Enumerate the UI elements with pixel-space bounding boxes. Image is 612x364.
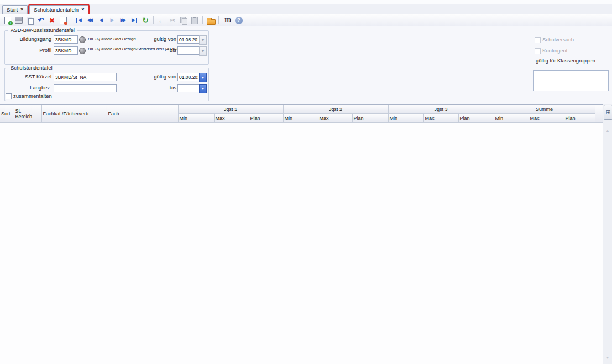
sst-kuerzel-field[interactable] xyxy=(54,73,117,81)
bildungsgang-status-icon xyxy=(79,36,86,43)
group-basisstundentafel-title: ASD-BW-Basisstundentafel xyxy=(8,27,77,33)
profil-field[interactable] xyxy=(54,46,78,55)
stundentafel-grid: Sort. St. Bereich Fachkat./Fächerverb. F… xyxy=(0,104,603,364)
first-record-icon[interactable]: ◀ xyxy=(74,15,84,25)
gueltig-von-field-1 xyxy=(177,35,200,44)
back-arrow-icon: ← xyxy=(156,15,166,25)
header-jgst3-max[interactable]: Max xyxy=(423,114,458,123)
next-fast-icon-glyph: ▶▶ xyxy=(121,18,125,23)
klassengruppen-title: gültig für Klassengruppen xyxy=(534,57,597,64)
header-group-jgst1: Jgst 1 xyxy=(178,105,283,114)
gueltig-von-label-2: gültig von xyxy=(132,73,176,81)
tab-schulstundentafeln[interactable]: Schulstundentafeln× xyxy=(29,5,88,14)
header-expand-column xyxy=(32,105,41,123)
bis-field-2[interactable] xyxy=(177,84,200,92)
bis-dropdown-2[interactable]: ▼ xyxy=(199,84,207,93)
header-fachkat[interactable]: Fachkat./Fächerverb. xyxy=(41,105,107,123)
header-group-jgst3: Jgst 3 xyxy=(388,105,494,114)
gueltig-von-dropdown-2[interactable]: ▼ xyxy=(199,73,207,82)
help-icon-glyph: ? xyxy=(237,18,240,23)
header-jgst1-max[interactable]: Max xyxy=(214,114,249,123)
header-group-summe: Summe xyxy=(494,105,595,114)
new-record-icon[interactable] xyxy=(3,15,13,25)
header-jgst2-min[interactable]: Min xyxy=(283,114,318,123)
zusammenfalten-label: zusammenfalten xyxy=(13,93,52,99)
tab-start[interactable]: Start× xyxy=(2,5,28,14)
group-schulstundentafel-title: Schulstundentafel xyxy=(8,65,55,71)
schulversuch-label: Schulversuch xyxy=(542,36,574,43)
id-button[interactable]: ID xyxy=(222,15,234,25)
help-icon[interactable]: ? xyxy=(235,17,243,24)
group-basisstundentafel: ASD-BW-Basisstundentafel Bildungsgang BK… xyxy=(4,30,209,65)
header-summe-min[interactable]: Min xyxy=(494,114,529,123)
header-st-bereich[interactable]: St. Bereich xyxy=(14,105,32,123)
tab-label: Start xyxy=(7,7,18,13)
klassengruppen-box[interactable] xyxy=(533,70,609,91)
undo-icon-glyph: ↶ xyxy=(38,17,44,24)
next-fast-icon[interactable]: ▶▶ xyxy=(118,15,128,25)
schulversuch-checkbox xyxy=(535,37,541,43)
header-jgst3-plan[interactable]: Plan xyxy=(458,114,494,123)
profil-label: Profil xyxy=(6,46,51,54)
folder-icon[interactable] xyxy=(206,15,216,25)
gueltig-von-field-2[interactable] xyxy=(177,73,200,81)
toolbar-separator xyxy=(202,16,203,24)
copy-icon xyxy=(179,15,189,25)
bis-field-1 xyxy=(177,46,200,55)
toolbar-separator xyxy=(153,16,154,24)
scroll-down-icon[interactable]: ▼ xyxy=(603,356,612,360)
sst-kuerzel-label: SST-Kürzel xyxy=(6,73,51,81)
first-record-icon-glyph: ◀ xyxy=(78,18,82,23)
gueltig-von-dropdown-1: ▼ xyxy=(199,35,207,45)
id-button-glyph: ID xyxy=(224,17,231,23)
prev-record-icon[interactable]: ◀ xyxy=(96,15,106,25)
last-record-icon[interactable]: ▶ xyxy=(129,15,139,25)
kontingent-checkbox xyxy=(535,48,541,54)
undo-icon[interactable]: ↶ xyxy=(36,15,46,25)
tab-bar: Start×Schulstundentafeln× xyxy=(0,4,612,14)
header-summe-plan[interactable]: Plan xyxy=(564,114,595,123)
kontingent-label: Kontingent xyxy=(542,48,567,54)
header-jgst2-max[interactable]: Max xyxy=(318,114,352,123)
delete-record-icon[interactable]: ✖ xyxy=(47,15,57,25)
zusammenfalten-checkbox[interactable] xyxy=(6,93,12,99)
last-record-icon-glyph: ▶ xyxy=(132,18,135,23)
langbez-field[interactable] xyxy=(54,84,117,92)
stundentafel-table: Sort. St. Bereich Fachkat./Fächerverb. F… xyxy=(0,105,603,123)
cut-icon-glyph: ✂ xyxy=(170,17,175,24)
tab-label: Schulstundentafeln xyxy=(34,7,79,13)
cut-icon: ✂ xyxy=(168,15,177,25)
prev-fast-icon-glyph: ◀◀ xyxy=(87,18,92,23)
scroll-up-icon[interactable]: ▲ xyxy=(603,129,612,133)
profil-status-icon xyxy=(79,48,86,54)
bis-dropdown-1: ▼ xyxy=(199,46,207,56)
delete-record-icon-glyph: ✖ xyxy=(49,17,55,24)
vertical-scrollbar[interactable]: ⊞ ▲ ▼ xyxy=(603,104,612,364)
tab-close-icon[interactable]: × xyxy=(81,7,84,12)
langbez-label: Langbez. xyxy=(6,84,51,92)
tab-close-icon[interactable]: × xyxy=(20,7,23,12)
copy-record-icon[interactable] xyxy=(25,15,35,25)
refresh-icon[interactable]: ↻ xyxy=(140,15,150,25)
prev-fast-icon[interactable]: ◀◀ xyxy=(85,15,95,25)
refresh-icon-glyph: ↻ xyxy=(143,17,149,24)
toolbar-separator xyxy=(71,16,71,24)
header-jgst1-plan[interactable]: Plan xyxy=(249,114,283,123)
header-jgst1-min[interactable]: Min xyxy=(178,114,214,123)
form-panel: ASD-BW-Basisstundentafel Bildungsgang BK… xyxy=(0,26,612,104)
header-jgst3-min[interactable]: Min xyxy=(388,114,423,123)
bis-label-1: bis xyxy=(132,46,176,54)
back-arrow-icon-glyph: ← xyxy=(158,17,165,24)
bildungsgang-field[interactable] xyxy=(54,35,78,44)
header-sort[interactable]: Sort. xyxy=(0,105,14,123)
header-fach[interactable]: Fach xyxy=(107,105,178,123)
header-jgst2-plan[interactable]: Plan xyxy=(352,114,388,123)
bildungsgang-label: Bildungsgang xyxy=(6,35,51,43)
header-summe-max[interactable]: Max xyxy=(529,114,564,123)
column-chooser-button[interactable]: ⊞ xyxy=(604,105,612,120)
toolbar-separator xyxy=(218,16,219,24)
next-record-icon: ▶ xyxy=(107,15,117,25)
edit-grid-icon[interactable] xyxy=(58,15,68,25)
toolbar: ↶✖◀◀◀◀▶▶▶▶↻←✂ID? xyxy=(0,14,612,27)
header-group-jgst2: Jgst 2 xyxy=(283,105,388,114)
